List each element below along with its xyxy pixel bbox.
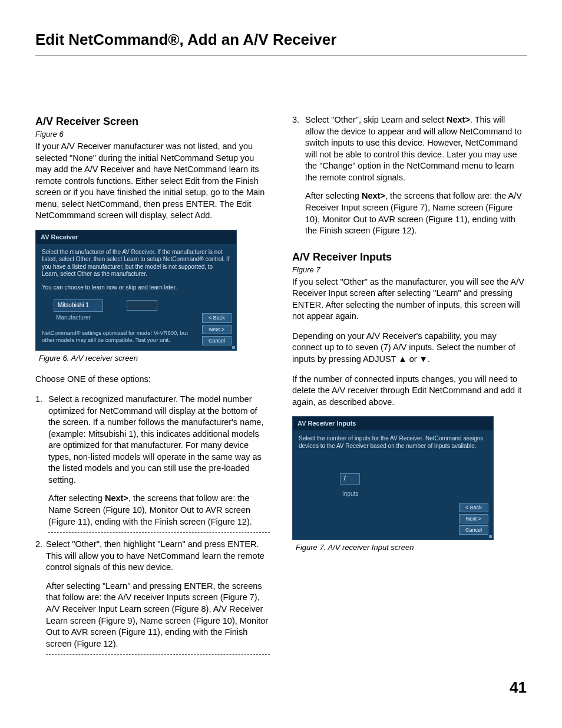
- p2-post: .: [428, 354, 430, 364]
- opt3-next-bold: Next>: [447, 115, 470, 124]
- left-column: A/V Receiver Screen Figure 6 If your A/V…: [35, 114, 270, 661]
- scr2-next-button[interactable]: Next >: [459, 514, 488, 523]
- options-list-cont: Select "Other", skip Learn and select Ne…: [292, 114, 527, 237]
- option-3-followup: After selecting Next>, the screens that …: [305, 190, 527, 236]
- scr2-title: AV Receiver Inputs: [293, 417, 493, 430]
- scr2-back-button[interactable]: < Back: [459, 503, 488, 512]
- option-1-text: Select a recognized manufacturer. The mo…: [48, 394, 263, 485]
- opt3b-next-bold: Next>: [362, 191, 385, 200]
- scr1-cancel-button[interactable]: Cancel: [202, 336, 232, 345]
- options-list: Select a recognized manufacturer. The mo…: [35, 394, 270, 655]
- figure-7-label: Figure 7: [292, 265, 527, 275]
- scr1-back-button[interactable]: < Back: [202, 313, 232, 322]
- scr1-text2: You can choose to learn now or skip and …: [42, 284, 230, 292]
- intro-paragraph: If your A/V Receiver manufacturer was no…: [35, 141, 270, 222]
- opt3b-pre: After selecting: [305, 191, 362, 200]
- opt1-pre: After selecting: [48, 493, 105, 503]
- scr2-inputs-label: Inputs: [342, 490, 487, 498]
- title-rule: [35, 55, 527, 55]
- figure-7-screenshot: AV Receiver Inputs Select the number of …: [292, 416, 494, 540]
- right-column: Select "Other", skip Learn and select Ne…: [292, 114, 527, 661]
- section-heading-avr-screen: A/V Receiver Screen: [35, 114, 270, 129]
- option-2: Select "Other", then highlight "Learn" a…: [35, 539, 270, 655]
- inputs-p3: If the number of connected inputs change…: [292, 374, 527, 409]
- scr2-resize-corner: [489, 535, 492, 538]
- section-heading-avr-inputs: A/V Receiver Inputs: [292, 250, 527, 264]
- dashed-rule-2: [46, 654, 270, 655]
- figure-6-screenshot: AV Receiver Select the manufacturer of t…: [35, 230, 237, 351]
- scr1-learn-box[interactable]: [127, 300, 157, 311]
- scr2-text1: Select the number of inputs for the AV R…: [299, 435, 487, 450]
- adjust-down-icon: [419, 354, 428, 364]
- opt3-pre: Select "Other", skip Learn and select: [305, 115, 447, 124]
- dashed-rule-1: [48, 532, 270, 533]
- option-2-text: Select "Other", then highlight "Learn" a…: [46, 539, 265, 572]
- scr2-body: Select the number of inputs for the AV R…: [293, 430, 493, 500]
- figure-6-caption: Figure 6. A/V receiver screen: [39, 353, 270, 364]
- scr1-resize-corner: [232, 346, 235, 349]
- content-columns: A/V Receiver Screen Figure 6 If your A/V…: [35, 114, 527, 661]
- option-1: Select a recognized manufacturer. The mo…: [35, 394, 270, 533]
- figure-6-label: Figure 6: [35, 129, 270, 140]
- scr1-body: Select the manufacturer of the AV Receiv…: [36, 244, 236, 324]
- opt1-next-bold: Next>: [105, 493, 128, 503]
- option-1-followup: After selecting Next>, the screens that …: [48, 493, 270, 528]
- choose-one-text: Choose ONE of these options:: [35, 374, 270, 386]
- scr1-text1: Select the manufacturer of the AV Receiv…: [42, 249, 230, 278]
- scr1-manufacturer-field[interactable]: Mitsubishi 1: [54, 299, 103, 312]
- scr2-inputs-field[interactable]: 7: [340, 473, 360, 485]
- option-3: Select "Other", skip Learn and select Ne…: [292, 114, 527, 237]
- p2-mid: or: [407, 354, 419, 364]
- option-2-followup: After selecting "Learn" and pressing ENT…: [46, 581, 270, 650]
- figure-7-caption: Figure 7. A/V receiver Input screen: [296, 542, 527, 553]
- inputs-p2: Depending on your A/V Receiver's capabil…: [292, 331, 527, 365]
- scr1-title: AV Receiver: [36, 230, 236, 244]
- page-number: 41: [35, 677, 527, 698]
- scr1-next-button[interactable]: Next >: [202, 325, 232, 334]
- inputs-p1: If you select "Other" as the manufacture…: [292, 276, 527, 322]
- scr2-cancel-button[interactable]: Cancel: [459, 525, 488, 535]
- page-title: Edit NetCommand®, Add an A/V Receiver: [35, 29, 527, 50]
- adjust-up-icon: [398, 354, 406, 364]
- opt3-post: . This will allow the device to appear a…: [305, 115, 522, 182]
